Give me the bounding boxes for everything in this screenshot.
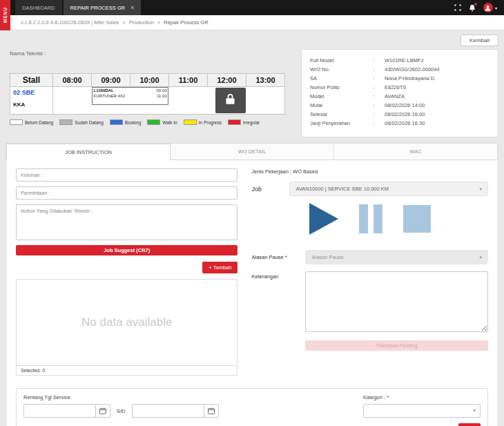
wo-info-row: Nomor Polisi : E8226TS xyxy=(310,84,490,90)
user-menu-button[interactable]: ▾ xyxy=(483,3,497,12)
tab-repair-process-gr[interactable]: REPAIR PROCESS GR × xyxy=(64,0,142,15)
wo-info-label: Nomor Polisi xyxy=(310,84,374,90)
rentang-tgl-label: Rentang Tgl Service xyxy=(23,394,219,400)
wo-info-value: 08/02/2026 16:00 xyxy=(385,111,490,117)
stall-row: 02 SBE KKA L1160DAL FORTUNER 4X2 09:00 xyxy=(10,87,285,115)
tab-dashboard-label: DASHBOARD xyxy=(22,5,55,11)
job-timer-controls xyxy=(251,203,488,235)
wo-info-value: 08/02/2026 16:30 xyxy=(385,120,490,126)
wo-info-value: 430/WOG/2602-000044 xyxy=(385,66,490,72)
colon: : xyxy=(374,120,385,126)
legend-item: Booking xyxy=(110,119,142,125)
pause-button[interactable] xyxy=(359,204,382,233)
fullscreen-icon[interactable] xyxy=(454,4,461,11)
colon: : xyxy=(374,57,385,64)
colon: : xyxy=(374,93,385,99)
tab-repair-label: REPAIR PROCESS GR xyxy=(70,5,125,11)
breadcrumb-current: Repair Process GR xyxy=(164,19,209,26)
tambah-button[interactable]: + Tambah xyxy=(202,262,238,273)
tab-dashboard[interactable]: DASHBOARD xyxy=(15,0,62,15)
legend-label: Sudah Datang xyxy=(75,120,104,125)
chevron-down-icon: ▾ xyxy=(479,255,482,260)
keluhan-field[interactable]: Keluhan : xyxy=(16,168,238,182)
play-button[interactable] xyxy=(309,203,338,235)
wo-info-value: E8226TS xyxy=(385,84,490,90)
wo-info-label: W/O No. xyxy=(310,66,374,72)
action-teknisi-label: Action Yang Dilakukan Teknisi : xyxy=(21,208,93,214)
lock-icon xyxy=(225,93,235,108)
calendar-icon[interactable] xyxy=(95,404,110,418)
close-tab-icon[interactable]: × xyxy=(130,5,134,11)
stall-schedule-panel: Nama Teknisi : Stall 08:00 09:00 10:00 1… xyxy=(6,49,294,137)
version-text: v.1.8.2 2.0.6 4.8-100226-0839 | After Sa… xyxy=(21,19,119,26)
wo-info-label: Selesai xyxy=(310,111,374,117)
date-to-input[interactable] xyxy=(132,404,204,418)
calendar-icon[interactable] xyxy=(204,404,219,418)
time-header: 12:00 xyxy=(208,74,246,87)
stop-button[interactable] xyxy=(403,205,431,233)
job-instruction-left: Keluhan : Permintaan : Action Yang Dilak… xyxy=(16,168,238,376)
legend-label: In Progress xyxy=(199,120,222,125)
legend-item: Walk In xyxy=(147,119,177,125)
jenis-pekerjaan-label: Jenis Pekerjaan : WO Based xyxy=(251,168,488,175)
legend-swatch xyxy=(10,119,23,125)
wo-info-row: Full Model : W101RE-LBMFJ xyxy=(310,57,490,64)
wo-info-label: Mulai xyxy=(310,102,374,108)
booking-vehicle: FORTUNER 4X2 xyxy=(94,94,126,99)
legend-item: Belum Datang xyxy=(10,119,53,125)
job-label: Job xyxy=(251,186,289,193)
legend-label: Booking xyxy=(125,120,142,125)
wo-info-panel: Full Model : W101RE-LBMFJ W/O No. : 430/… xyxy=(301,49,498,137)
legend-swatch xyxy=(59,119,72,125)
content-tabs: JOB INSTRUCTION WO DETAIL WAC xyxy=(6,144,498,160)
legend-label: Walk In xyxy=(162,120,177,125)
sd-label: S/D xyxy=(117,408,126,414)
job-select[interactable]: AVAN10000 | SERVICE SBE 10.000 KM ▾ xyxy=(289,182,488,196)
pekerjaan-pending-button[interactable]: Pekerjaan Pending xyxy=(305,340,488,351)
menu-ribbon[interactable]: MENU xyxy=(0,0,10,30)
job-suggest-header: Job Suggest (CR7) xyxy=(16,245,238,255)
kembali-button[interactable]: Kembali xyxy=(461,35,498,46)
timeline-cell: L1160DAL FORTUNER 4X2 09:00 11:00 xyxy=(53,87,285,115)
permintaan-field[interactable]: Permintaan : xyxy=(16,186,238,200)
selected-count: Selected: 0 xyxy=(16,366,238,376)
wo-info-label: Full Model xyxy=(310,57,374,64)
time-header: 09:00 xyxy=(92,74,130,87)
alasan-pause-select[interactable]: Alasan Pause ▾ xyxy=(305,250,488,264)
topbar-actions: ▾ xyxy=(454,0,504,15)
booking-block[interactable]: L1160DAL FORTUNER 4X2 09:00 11:00 xyxy=(92,87,169,105)
legend-swatch xyxy=(228,119,241,125)
page-content: Kembali Nama Teknisi : Stall 08:00 09:00… xyxy=(0,30,504,426)
wo-info-row: Selesai : 08/02/2026 16:00 xyxy=(310,111,490,117)
wo-info-row: Mulai : 08/02/2026 14:00 xyxy=(310,102,490,108)
kategori-select[interactable]: ▾ xyxy=(363,404,481,418)
stall-header: Stall xyxy=(10,74,53,87)
tab-wo-detail[interactable]: WO DETAIL xyxy=(171,144,334,160)
wo-info-value: AVANZA xyxy=(385,93,490,99)
keterangan-textarea[interactable] xyxy=(305,271,488,332)
job-suggest-table: No data available xyxy=(16,279,238,366)
time-header: 13:00 xyxy=(246,74,285,87)
wo-info-value: W101RE-LBMFJ xyxy=(385,57,490,64)
breadcrumb: v.1.8.2 2.0.6 4.8-100226-0839 | After Sa… xyxy=(0,15,504,30)
colon: : xyxy=(374,84,385,90)
booking-start: 09:00 xyxy=(156,88,166,94)
chevron-down-icon: ▾ xyxy=(479,186,482,192)
wo-info-value: Nona P.Hindrayana D. xyxy=(385,75,490,81)
break-block[interactable] xyxy=(215,88,246,113)
alasan-pause-placeholder: Alasan Pause xyxy=(311,254,343,260)
breadcrumb-separator: > xyxy=(157,19,160,26)
tab-job-instruction[interactable]: JOB INSTRUCTION xyxy=(6,144,171,160)
keluhan-label: Keluhan : xyxy=(21,172,43,178)
date-from-input[interactable] xyxy=(23,404,95,418)
technician-code: KKA xyxy=(13,101,50,108)
colon: : xyxy=(374,75,385,81)
action-teknisi-field[interactable]: Action Yang Dilakukan Teknisi : xyxy=(16,204,238,240)
legend-label: Belum Datang xyxy=(25,120,53,125)
kategori-label: Kategori : * xyxy=(363,394,481,400)
no-data-message: No data available xyxy=(81,316,172,329)
cari-button[interactable]: Cari xyxy=(458,423,481,426)
tab-wac[interactable]: WAC xyxy=(334,144,498,160)
status-legend: Belum Datang Sudah Datang Booking Walk I… xyxy=(10,119,294,125)
bell-icon[interactable] xyxy=(469,4,476,12)
